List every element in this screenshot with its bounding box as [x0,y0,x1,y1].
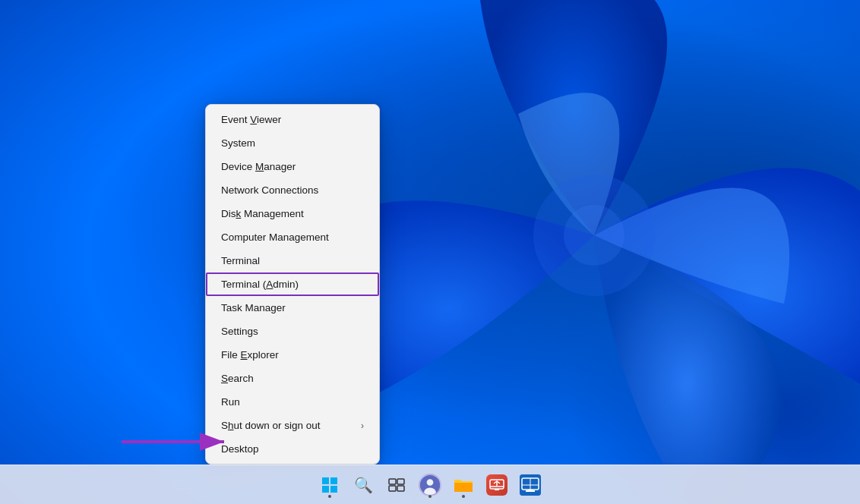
menu-item-device-manager[interactable]: Device Manager [206,155,379,178]
svg-rect-5 [330,477,337,484]
task-view-button[interactable] [381,470,412,500]
svg-rect-6 [322,486,329,493]
menu-item-terminal[interactable]: Terminal [206,249,379,272]
svg-point-1 [564,205,624,266]
menu-item-label: Event Viewer [221,114,281,125]
search-taskbar-button[interactable]: 🔍 [348,470,378,500]
menu-item-disk-management[interactable]: Disk Management [206,202,379,225]
svg-rect-9 [397,479,404,484]
menu-item-file-explorer[interactable]: File Explorer [206,343,379,367]
user-avatar [419,474,441,496]
svg-rect-8 [389,479,396,484]
file-explorer-taskbar-button[interactable] [448,470,479,500]
menu-item-task-manager[interactable]: Task Manager [206,296,379,320]
menu-item-label: System [221,137,255,149]
taskbar-icons-center: 🔍 [315,470,545,500]
menu-item-computer-management[interactable]: Computer Management [206,225,379,249]
menu-item-label: Run [221,396,240,408]
menu-item-label: Terminal (Admin) [221,279,299,290]
menu-item-label: Settings [221,326,258,337]
menu-item-label: Computer Management [221,232,329,243]
rdp-taskbar-button[interactable] [515,470,545,500]
menu-item-search[interactable]: Search [206,367,379,390]
svg-rect-24 [528,490,533,490]
menu-item-label: File Explorer [221,349,279,361]
menu-item-system[interactable]: System [206,131,379,155]
menu-item-run[interactable]: Run [206,390,379,414]
remote-desktop-icon [486,474,507,496]
menu-item-label: Search [221,373,254,384]
svg-rect-17 [495,489,499,490]
svg-rect-23 [526,490,535,492]
active-dot [328,495,331,498]
taskbar: 🔍 [0,465,860,504]
active-dot [462,495,465,498]
svg-point-13 [427,479,434,486]
active-dot [428,495,432,498]
svg-rect-4 [322,477,329,484]
windows-logo-icon [321,477,338,493]
menu-item-terminal-admin[interactable]: Terminal (Admin) [206,272,379,296]
file-explorer-icon [453,475,474,495]
menu-item-label: Disk Management [221,208,304,219]
svg-rect-7 [330,486,337,493]
user-avatar-taskbar[interactable] [415,470,445,500]
submenu-arrow-icon: › [361,421,364,431]
svg-rect-10 [389,486,396,491]
start-button[interactable] [315,470,345,500]
search-taskbar-icon: 🔍 [354,476,373,494]
arrow-svg [114,427,236,457]
arrow-indicator [114,427,236,457]
menu-item-label: Shut down or sign out [221,420,321,431]
desktop: Event Viewer System Device Manager Netwo… [0,0,860,504]
menu-item-label: Terminal [221,255,260,266]
menu-item-settings[interactable]: Settings [206,320,379,343]
menu-item-event-viewer[interactable]: Event Viewer [206,108,379,131]
task-view-icon [388,478,405,492]
context-menu: Event Viewer System Device Manager Netwo… [205,104,380,465]
rdp-icon [520,474,541,496]
menu-item-label: Device Manager [221,161,296,172]
menu-item-network-connections[interactable]: Network Connections [206,178,379,202]
menu-item-label: Network Connections [221,184,318,196]
menu-item-label: Task Manager [221,302,286,313]
svg-rect-11 [397,486,404,491]
remote-desktop-taskbar-button[interactable] [482,470,512,500]
